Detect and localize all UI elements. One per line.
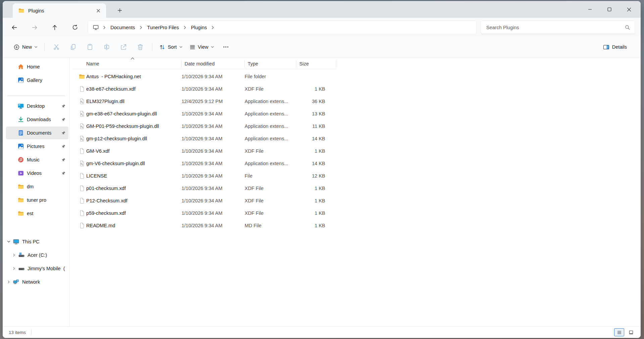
- sidebar-item-this-pc[interactable]: This PC: [3, 235, 68, 248]
- command-toolbar: New Sort: [3, 37, 641, 57]
- chevron-right-icon[interactable]: [6, 279, 11, 285]
- sidebar-item-network[interactable]: Network: [3, 276, 68, 288]
- column-header-name[interactable]: Name: [73, 60, 182, 67]
- sidebar-item-tuner-pro[interactable]: tuner pro: [6, 194, 68, 206]
- tab-close-icon[interactable]: [94, 6, 103, 15]
- sidebar-item-label: Network: [22, 279, 40, 285]
- chevron-down-icon[interactable]: [6, 239, 11, 244]
- back-button[interactable]: [7, 21, 21, 34]
- file-type: Application extens...: [245, 99, 296, 104]
- search-box: [481, 20, 635, 34]
- sidebar-item-documents[interactable]: Documents: [6, 127, 68, 139]
- chevron-right-icon: [139, 26, 143, 30]
- chevron-right-icon: [102, 26, 106, 30]
- file-type: File: [245, 173, 296, 179]
- table-row[interactable]: gm-p12-checksum-plugin.dll1/10/2026 9:34…: [73, 132, 641, 145]
- more-options-button[interactable]: [219, 41, 233, 53]
- sidebar-item-pictures[interactable]: Pictures: [6, 140, 68, 153]
- forward-button[interactable]: [28, 21, 42, 34]
- rename-button[interactable]: [100, 41, 114, 53]
- maximize-button[interactable]: [600, 1, 619, 18]
- dll-icon: [79, 123, 85, 130]
- column-header-date-modified[interactable]: Date modified: [182, 60, 245, 67]
- sidebar-item-music[interactable]: Music: [6, 153, 68, 166]
- file-date-modified: 1/10/2026 9:34 AM: [182, 173, 245, 179]
- cut-button[interactable]: [49, 41, 63, 53]
- table-row[interactable]: LICENSE1/10/2026 9:34 AMFile12 KB: [73, 170, 641, 182]
- sidebar-item-label: est: [27, 211, 33, 216]
- table-row[interactable]: p59-checksum.xdf1/10/2026 9:34 AMXDF Fil…: [73, 207, 641, 219]
- file-size: 1 KB: [296, 148, 336, 154]
- file-type: XDF File: [245, 210, 296, 216]
- details-view-toggle[interactable]: [614, 328, 624, 336]
- table-row[interactable]: README.md1/10/2026 9:34 AMMD File1 KB: [73, 219, 641, 232]
- share-button[interactable]: [116, 41, 131, 53]
- details-pane-button[interactable]: Details: [599, 41, 633, 53]
- sidebar-item-desktop[interactable]: Desktop: [6, 100, 68, 112]
- network-icon: [13, 279, 19, 285]
- file-date-modified: 1/10/2026 9:34 AM: [182, 210, 245, 216]
- new-button[interactable]: New: [10, 42, 41, 53]
- view-button[interactable]: View: [186, 42, 217, 53]
- file-date-modified: 1/10/2026 9:34 AM: [182, 124, 245, 129]
- paste-button[interactable]: [83, 41, 97, 53]
- table-row[interactable]: GM-V6.xdf1/10/2026 9:34 AMXDF File1 KB: [73, 145, 641, 157]
- music-icon: [17, 156, 24, 163]
- breadcrumb-plugins[interactable]: Plugins: [189, 23, 209, 32]
- table-row[interactable]: ELM327PlugIn.dll12/4/2025 9:12 PMApplica…: [73, 95, 641, 107]
- table-row[interactable]: P12-Checksum.xdf1/10/2026 9:34 AMXDF Fil…: [73, 194, 641, 207]
- search-input[interactable]: [481, 25, 625, 30]
- sidebar-item-videos[interactable]: Videos: [6, 167, 68, 180]
- table-row[interactable]: gm-e38-e67-checksum-plugin.dll1/10/2026 …: [73, 107, 641, 120]
- sidebar-item-label: Jimmy's Mobile (: [28, 266, 65, 271]
- file-date-modified: 1/10/2026 9:34 AM: [182, 186, 245, 191]
- address-bar[interactable]: Documents TunerPro Files Plugins: [88, 20, 477, 34]
- file-size: 1 KB: [296, 223, 336, 228]
- file-icon: [79, 173, 85, 179]
- chevron-right-icon[interactable]: [11, 252, 17, 258]
- sidebar-item-downloads[interactable]: Downloads: [6, 113, 68, 126]
- toolbar-divider: [44, 43, 45, 51]
- table-row[interactable]: gm-V6-checksum-plugin.dll1/10/2026 9:34 …: [73, 157, 641, 170]
- table-row[interactable]: GM-P01-P59-checksum-plugin.dll1/10/2026 …: [73, 120, 641, 132]
- sidebar-item-home[interactable]: Home: [6, 60, 68, 73]
- search-icon[interactable]: [625, 25, 630, 30]
- copy-button[interactable]: [66, 41, 80, 53]
- refresh-button[interactable]: [68, 21, 82, 34]
- icons-view-toggle[interactable]: [626, 328, 636, 336]
- sidebar-item-acer-c[interactable]: Acer (C:): [3, 249, 68, 261]
- sidebar-item-est[interactable]: est: [6, 207, 68, 220]
- view-icon: [189, 44, 196, 50]
- file-size: 14 KB: [296, 161, 336, 166]
- column-header-size[interactable]: Size: [296, 60, 336, 67]
- window-controls: [580, 1, 639, 18]
- breadcrumb-documents[interactable]: Documents: [108, 23, 137, 32]
- new-tab-button[interactable]: [114, 5, 125, 15]
- minimize-button[interactable]: [580, 1, 600, 18]
- sidebar-item-jimmy-s-mobile[interactable]: Jimmy's Mobile (: [3, 262, 68, 275]
- table-row[interactable]: p01-checksum.xdf1/10/2026 9:34 AMXDF Fil…: [73, 182, 641, 194]
- sidebar-item-gallery[interactable]: Gallery: [6, 74, 68, 87]
- home-icon: [17, 63, 24, 70]
- sort-button[interactable]: Sort: [156, 42, 186, 53]
- delete-button[interactable]: [133, 41, 147, 53]
- column-header-type[interactable]: Type: [245, 60, 296, 67]
- breadcrumb-tunerpro-files[interactable]: TunerPro Files: [145, 23, 181, 32]
- chevron-right-icon[interactable]: [11, 266, 17, 271]
- table-row[interactable]: e38-e67-checksum.xdf1/10/2026 9:34 AMXDF…: [73, 83, 641, 95]
- sidebar-item-dm[interactable]: dm: [6, 180, 68, 193]
- tab-plugins[interactable]: Plugins: [13, 3, 106, 18]
- table-row[interactable]: Antus - PCMHacking.net1/10/2026 9:34 AMF…: [73, 70, 641, 83]
- plus-circle-icon: [13, 44, 20, 50]
- sidebar-item-label: dm: [27, 184, 34, 189]
- acer-icon: [18, 252, 25, 258]
- pin-icon: [61, 104, 66, 108]
- file-name: p59-checksum.xdf: [86, 210, 182, 216]
- close-button[interactable]: [619, 1, 639, 18]
- file-type: Application extens...: [245, 161, 296, 166]
- item-count: 13 items: [9, 330, 26, 335]
- toolbar-divider: [152, 43, 152, 51]
- file-date-modified: 1/10/2026 9:34 AM: [182, 161, 245, 166]
- up-button[interactable]: [48, 21, 62, 34]
- folder-icon: [18, 7, 24, 14]
